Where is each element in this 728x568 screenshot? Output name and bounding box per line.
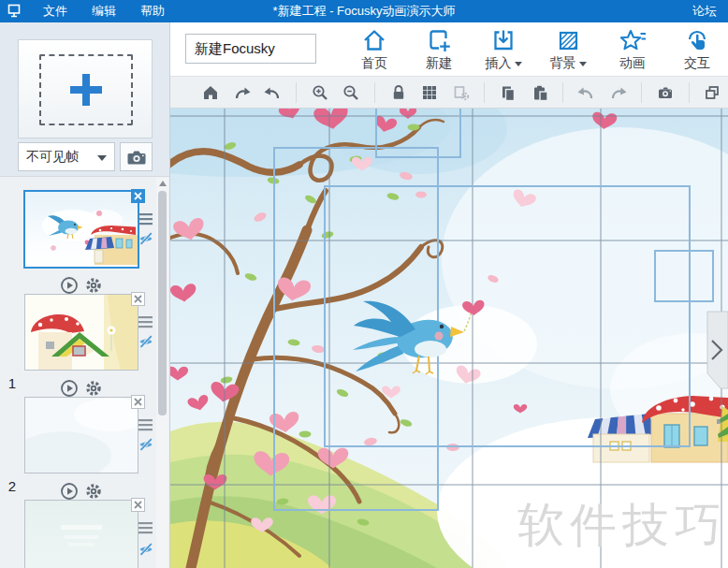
preview-play-button[interactable] [60, 276, 79, 295]
undo-icon [264, 84, 282, 101]
slide-actions [60, 276, 103, 295]
slide-thumbnail-2[interactable] [24, 294, 138, 371]
undo-step-button[interactable] [571, 77, 602, 108]
slide-settings-gear-button[interactable] [84, 379, 103, 398]
zoom-in-button[interactable] [304, 77, 335, 108]
slide-settings-gear-button[interactable] [84, 482, 103, 501]
slide-1-thumbnail-image [25, 192, 138, 267]
new-frame-button[interactable]: 新建 [409, 24, 469, 75]
menu-edit[interactable]: 编辑 [80, 3, 128, 20]
preview-play-button[interactable] [60, 379, 79, 398]
arrange-windows-icon [704, 84, 721, 101]
lock-icon [390, 84, 407, 101]
copy-icon [500, 84, 517, 101]
slide-visibility-toggle[interactable] [138, 231, 153, 250]
slide-list-scrollbar[interactable] [156, 178, 168, 568]
add-frame-dashed-box[interactable] [39, 54, 133, 125]
snapshot-camera-icon [657, 84, 674, 101]
menu-help[interactable]: 帮助 [128, 3, 177, 20]
animation-button[interactable]: 动画 [603, 24, 662, 75]
frame-type-dropdown[interactable]: 不可见帧 [18, 142, 115, 171]
eye-slash-icon [138, 334, 153, 349]
slide-thumbnail-3[interactable] [24, 397, 138, 473]
menu-file[interactable]: 文件 [31, 3, 80, 20]
chevron-down-icon [579, 62, 587, 66]
slide-thumbnail-4[interactable] [24, 500, 138, 568]
titlebar: 文件 编辑 帮助 *新建工程 - Focusky动画演示大师 论坛 [0, 0, 728, 22]
slide-number: 2 [6, 478, 19, 494]
background-hatch-icon [555, 27, 581, 53]
canvas[interactable]: 软件技巧 [170, 109, 728, 568]
slide-menu-button[interactable] [138, 521, 153, 538]
toolbar-separator [562, 82, 563, 103]
frame-settings-button[interactable] [445, 77, 476, 108]
preview-play-button[interactable] [60, 482, 79, 501]
redo-step-button[interactable] [603, 77, 633, 108]
lock-button[interactable] [383, 77, 414, 108]
slide-settings-gear-button[interactable] [84, 276, 103, 295]
undo-quick-button[interactable] [257, 77, 288, 108]
frames-sidebar: 不可见帧 1 [0, 22, 170, 568]
delete-slide-button[interactable] [131, 292, 145, 306]
zoom-out-icon [342, 84, 359, 101]
snapshot-button[interactable] [649, 77, 680, 108]
new-frame-icon [426, 27, 452, 53]
slide-visibility-toggle[interactable] [138, 334, 153, 353]
project-name-input[interactable] [185, 34, 316, 64]
hamburger-icon [138, 213, 153, 226]
slide-menu-button[interactable] [138, 418, 153, 435]
grid-button[interactable] [415, 77, 445, 108]
slide-2-thumbnail-image [25, 295, 138, 370]
zoom-in-icon [312, 84, 328, 101]
plus-icon [70, 74, 102, 106]
slide-visibility-toggle[interactable] [138, 437, 153, 456]
focusky-window: 文件 编辑 帮助 *新建工程 - Focusky动画演示大师 论坛 不可见帧 [0, 0, 728, 568]
slide-3-thumbnail-image [25, 398, 138, 473]
close-icon [134, 295, 142, 303]
home-button[interactable]: 首页 [344, 24, 404, 75]
delete-slide-button[interactable] [131, 189, 145, 203]
arrange-windows-button[interactable] [696, 77, 727, 108]
slide-thumbnail-1[interactable] [23, 190, 139, 269]
slide-menu-button[interactable] [138, 212, 153, 229]
delete-slide-button[interactable] [131, 395, 145, 409]
interaction-button[interactable]: 交互 [667, 24, 727, 75]
hamburger-icon [138, 316, 153, 328]
slide-visibility-toggle[interactable] [138, 542, 153, 561]
interaction-button-label: 交互 [684, 55, 710, 72]
delete-slide-button[interactable] [131, 498, 145, 512]
insert-icon [490, 27, 517, 53]
redo-quick-button[interactable] [226, 77, 256, 108]
grid-icon [421, 84, 438, 101]
toolbar-separator [484, 82, 485, 103]
close-icon [134, 501, 142, 509]
scroll-up-arrow-icon[interactable] [159, 181, 167, 186]
toolbar-separator [296, 82, 297, 103]
slide-menu-button[interactable] [138, 315, 153, 332]
main-area: 首页 新建 插入 [170, 22, 728, 568]
canvas-area[interactable]: 软件技巧 [170, 109, 728, 568]
paste-button[interactable] [524, 77, 555, 108]
camera-icon [126, 149, 147, 166]
frame-type-value: 不可见帧 [26, 149, 79, 166]
animation-button-label: 动画 [619, 55, 646, 72]
zoom-out-button[interactable] [336, 77, 367, 108]
thumbnail-camera-button[interactable] [120, 142, 153, 171]
insert-button-label: 插入 [486, 55, 512, 72]
home-quick-button[interactable] [195, 77, 226, 108]
scrollbar-thumb[interactable] [158, 191, 167, 415]
home-outline-icon [361, 27, 387, 53]
insert-button[interactable]: 插入 [473, 24, 533, 75]
expand-panel-tab[interactable] [707, 312, 728, 388]
slide-list: 1 [0, 176, 169, 568]
forum-link[interactable]: 论坛 [692, 3, 717, 20]
slide-actions [60, 482, 103, 501]
toolbar-separator [641, 82, 642, 103]
chevron-down-icon [97, 155, 107, 161]
main-toolbar: 首页 新建 插入 [170, 22, 728, 77]
watermark: 软件技巧 [517, 499, 727, 551]
quick-toolbar [170, 77, 728, 109]
add-frame-card[interactable] [18, 39, 153, 138]
copy-button[interactable] [492, 77, 523, 108]
background-button[interactable]: 背景 [538, 24, 598, 75]
